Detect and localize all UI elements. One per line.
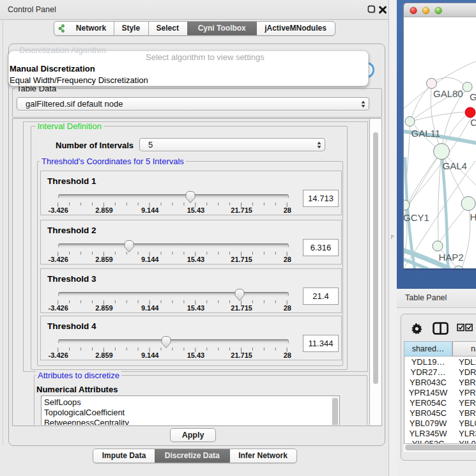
svg-text:CY: CY	[470, 117, 476, 128]
svg-text:GAL11: GAL11	[411, 128, 441, 139]
svg-text:GCY1: GCY1	[403, 212, 429, 223]
svg-text:HA: HA	[470, 211, 476, 222]
svg-text:GA: GA	[470, 91, 476, 102]
svg-text:GAL4: GAL4	[443, 160, 467, 171]
svg-text:GAL80: GAL80	[433, 88, 463, 99]
svg-text:HAP2: HAP2	[439, 252, 464, 263]
